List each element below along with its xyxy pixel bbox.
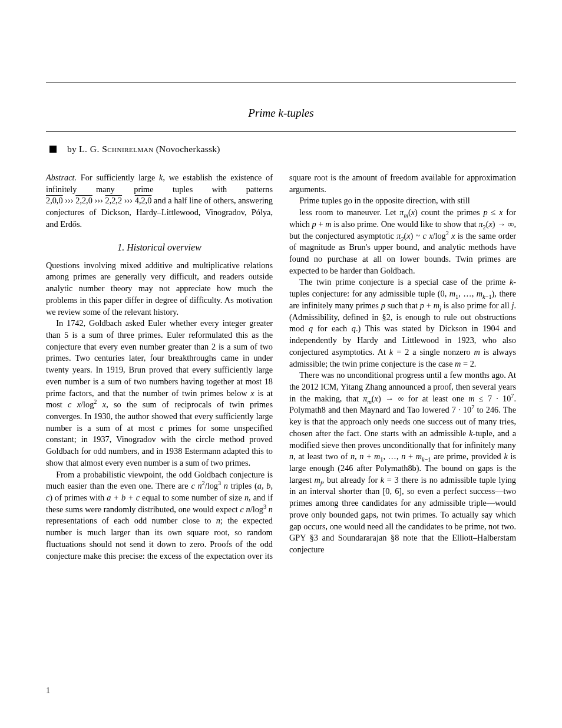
- author-prefix: by: [67, 144, 77, 154]
- title-suffix: -tuples: [283, 107, 314, 119]
- pattern-1: 2,2,0: [75, 196, 92, 205]
- para-6: The twin prime conjecture is a special c…: [289, 276, 516, 370]
- title-block: Prime k-tuples: [46, 107, 516, 120]
- para-7: There was no unconditional progress unti…: [289, 370, 516, 556]
- para-4: Prime tuples go in the opposite directio…: [289, 195, 516, 207]
- title-prefix: Prime: [248, 107, 275, 119]
- abstract-t1: For sufficiently large: [81, 173, 159, 182]
- title-math: k: [279, 107, 283, 119]
- pattern-2: 2,2,2: [105, 196, 123, 205]
- section-1-heading: 1. Historical overview: [46, 241, 273, 254]
- para-5: less room to maneuver. Let πm(x) count t…: [289, 207, 516, 276]
- top-rule: [46, 83, 516, 83]
- mid-rule: [46, 131, 516, 132]
- page-number: 1: [46, 686, 50, 696]
- author-line: by L. G. Schnirelman (Novocherkassk): [46, 144, 516, 154]
- para-2: In 1742, Goldbach asked Euler whether ev…: [46, 318, 273, 469]
- para-1: Questions involving mixed additive and m…: [46, 260, 273, 318]
- pattern-3: 4,2,0: [135, 196, 152, 205]
- body-columns: Abstract. For sufficiently large k, we e…: [46, 172, 516, 562]
- abstract-label: Abstract.: [46, 173, 77, 182]
- author-text: by L. G. Schnirelman (Novocherkassk): [67, 144, 220, 154]
- abstract-paragraph: Abstract. For sufficiently large k, we e…: [46, 172, 273, 230]
- author-affiliation: (Novocherkassk): [156, 144, 220, 154]
- author-name: L. G. Schnirelman: [79, 144, 154, 154]
- pattern-0: 2,0,0: [46, 196, 63, 205]
- author-marker-icon: [49, 146, 57, 153]
